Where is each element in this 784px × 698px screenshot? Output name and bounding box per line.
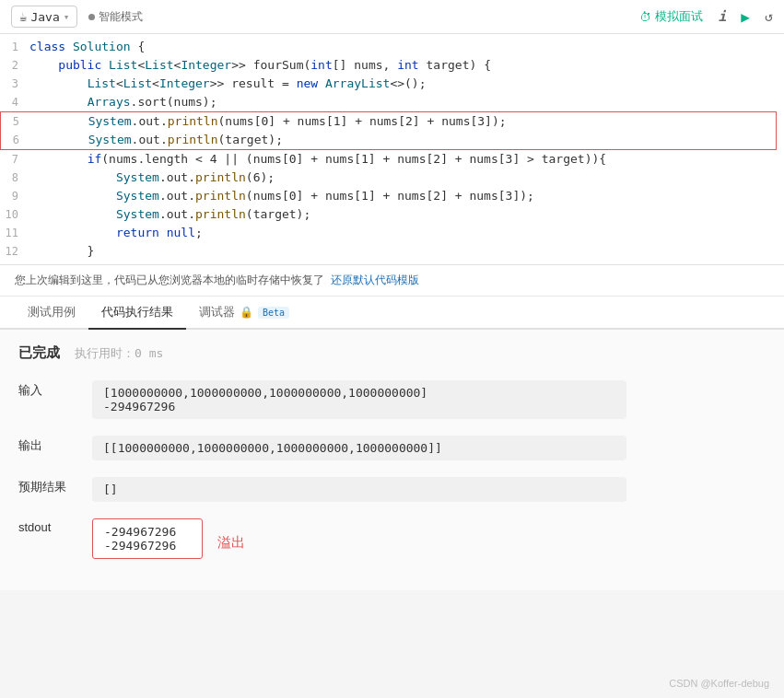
code-line-6: 6 System.out.println(target);	[1, 131, 776, 149]
exec-time-label: 执行用时：0 ms	[75, 345, 163, 362]
stdout-row: stdout -294967296-294967296 溢出	[18, 518, 766, 559]
code-line-12: 12 }	[0, 242, 784, 261]
status-row: 已完成 执行用时：0 ms	[18, 344, 766, 362]
overflow-label: 溢出	[217, 527, 245, 552]
code-line-2: 2 public List<List<Integer>> fourSum(int…	[0, 56, 784, 75]
clock-icon: ⏱	[639, 10, 651, 24]
stdout-label: stdout	[18, 518, 92, 534]
result-label-2: 预期结果	[18, 477, 92, 495]
code-line-8: 8 System.out.println(6);	[0, 169, 784, 187]
restore-default-link[interactable]: 还原默认代码模版	[331, 273, 419, 286]
lang-label: Java	[30, 10, 59, 24]
result-value-1: [[1000000000,1000000000,1000000000,10000…	[92, 436, 626, 460]
smart-mode-dot	[88, 14, 95, 20]
result-row-2: 预期结果 []	[18, 477, 766, 502]
code-line-5: 5 System.out.println(nums[0] + nums[1] +…	[1, 112, 776, 131]
stdout-box: -294967296-294967296	[92, 518, 203, 559]
notice-text: 您上次编辑到这里，代码已从您浏览器本地的临时存储中恢复了	[15, 273, 324, 286]
refresh-button[interactable]: ↺	[765, 8, 773, 25]
tab-label-0: 测试用例	[28, 304, 76, 320]
code-line-3: 3 List<List<Integer>> result = new Array…	[0, 75, 784, 93]
result-label-1: 输出	[18, 436, 92, 454]
lock-icon: 🔒	[240, 306, 253, 319]
smart-mode-label: 智能模式	[99, 9, 143, 25]
result-label-0: 输入	[18, 380, 92, 399]
code-line-7: 7 if(nums.length < 4 || (nums[0] + nums[…	[0, 150, 784, 169]
toolbar: ☕ Java ▾ 智能模式 ⏱ 模拟面试 i ▶ ↺	[0, 0, 784, 34]
results-panel: 已完成 执行用时：0 ms 输入 [1000000000,1000000000,…	[0, 330, 784, 590]
lang-arrow: ▾	[64, 11, 70, 23]
mock-interview-button[interactable]: ⏱ 模拟面试	[639, 8, 703, 25]
tab-label-2: 调试器	[199, 304, 235, 320]
tab-1[interactable]: 代码执行结果	[88, 297, 186, 330]
result-value-2: []	[92, 477, 626, 502]
tab-0[interactable]: 测试用例	[15, 297, 88, 330]
status-label: 已完成	[18, 344, 60, 362]
code-line-9: 9 System.out.println(nums[0] + nums[1] +…	[0, 187, 784, 205]
tabs-bar: 测试用例代码执行结果调试器🔒Beta	[0, 297, 784, 330]
smart-mode-indicator: 智能模式	[88, 9, 143, 25]
beta-badge: Beta	[258, 307, 289, 319]
code-line-1: 1 class Solution {	[0, 38, 784, 56]
result-row-1: 输出 [[1000000000,1000000000,1000000000,10…	[18, 436, 766, 460]
result-value-0: [1000000000,1000000000,1000000000,100000…	[92, 380, 626, 419]
code-editor[interactable]: 1 class Solution { 2 public List<List<In…	[0, 34, 784, 265]
toolbar-right: ⏱ 模拟面试 i ▶ ↺	[639, 8, 773, 26]
tab-label-1: 代码执行结果	[101, 304, 173, 320]
code-line-11: 11 return null;	[0, 224, 784, 242]
java-icon: ☕	[19, 9, 27, 24]
code-line-4: 4 Arrays.sort(nums);	[0, 93, 784, 111]
mock-label: 模拟面试	[655, 8, 703, 25]
tab-2[interactable]: 调试器🔒Beta	[186, 297, 302, 330]
result-row-0: 输入 [1000000000,1000000000,1000000000,100…	[18, 380, 766, 419]
code-line-10: 10 System.out.println(target);	[0, 205, 784, 224]
run-button[interactable]: ▶	[741, 8, 750, 26]
language-selector[interactable]: ☕ Java ▾	[11, 6, 77, 28]
notice-bar: 您上次编辑到这里，代码已从您浏览器本地的临时存储中恢复了 还原默认代码模版	[0, 265, 784, 297]
info-button[interactable]: i	[718, 8, 726, 25]
